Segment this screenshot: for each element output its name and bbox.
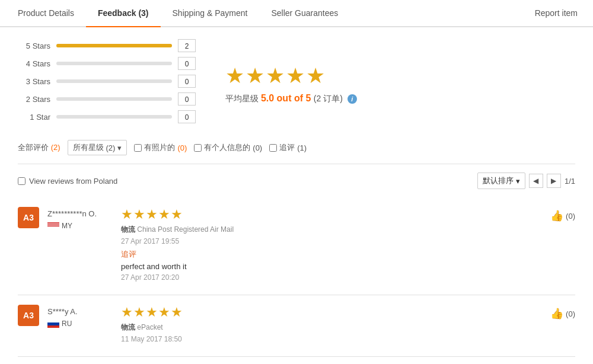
filter-all-reviews[interactable]: 全部评价 (2)	[18, 142, 60, 153]
like-count: (0)	[566, 309, 575, 318]
review-right: 👍 (0)	[550, 305, 575, 347]
bar-count: 0	[178, 92, 196, 106]
shipping-carrier: China Post Registered Air Mail	[137, 225, 234, 234]
review-stars: ★★★★★	[121, 207, 542, 222]
star-label: 3 Stars	[18, 77, 50, 86]
followup-label: 追评	[121, 249, 542, 260]
country-code: RU	[62, 320, 72, 328]
star-bar-row-1: 1 Star 0	[18, 110, 196, 123]
flag-icon	[47, 320, 59, 328]
bar-track	[56, 79, 172, 83]
avatar: A3	[18, 207, 39, 228]
review-right: 👍 (0)	[550, 207, 575, 285]
shipping-info: 物流 ePacket	[121, 323, 542, 333]
overall-rating: ★★★★★ 平均星级 5.0 out of 5 (2 订单) i	[219, 39, 357, 128]
bar-count: 2	[178, 39, 196, 52]
filter-has-photo[interactable]: 有照片的(0)	[134, 142, 187, 153]
sort-chevron-icon: ▾	[516, 177, 520, 186]
bar-track	[56, 44, 172, 47]
review-date: 11 May 2017 18:50	[121, 335, 542, 343]
order-count: (2 订单)	[314, 94, 343, 103]
followup-checkbox[interactable]	[269, 144, 277, 152]
next-page-button[interactable]: ▶	[547, 174, 561, 188]
star-bar-row-3: 3 Stars 0	[18, 75, 196, 88]
has-photo-checkbox[interactable]	[134, 144, 142, 152]
tab-feedback[interactable]: Feedback (3)	[86, 0, 161, 27]
info-icon[interactable]: i	[347, 94, 357, 104]
filter-has-personal[interactable]: 有个人信息的(0)	[194, 142, 262, 153]
tab-product-details[interactable]: Product Details	[6, 0, 86, 27]
bar-count: 0	[178, 57, 196, 70]
star-bar-row-4: 4 Stars 0	[18, 57, 196, 70]
star-label: 1 Star	[18, 113, 50, 122]
shipping-info: 物流 China Post Registered Air Mail	[121, 225, 542, 235]
rating-text: 平均星级 5.0 out of 5 (2 订单) i	[225, 93, 357, 104]
star-label: 2 Stars	[18, 95, 50, 104]
review-body: ★★★★★ 物流 China Post Registered Air Mail …	[121, 207, 542, 285]
thumbs-up-icon: 👍	[550, 209, 563, 222]
divider	[18, 164, 575, 164]
review-text: perfect and worth it	[121, 262, 542, 271]
bar-track	[56, 97, 172, 101]
country-flag: MY	[47, 222, 113, 230]
pagination-controls: 默认排序 ▾ ◀ ▶ 1/1	[477, 173, 575, 189]
report-item-link[interactable]: Report item	[525, 0, 587, 26]
bar-track	[56, 62, 172, 65]
reviewer-name: S****y A.	[47, 307, 113, 316]
bar-count: 0	[178, 75, 196, 88]
content-area: 5 Stars 2 4 Stars 0 3 Stars 0 2 Stars 0	[0, 27, 593, 364]
big-stars: ★★★★★	[225, 63, 357, 88]
shipping-carrier: ePacket	[137, 323, 162, 331]
poland-filter[interactable]: View reviews from Poland	[18, 177, 117, 186]
bar-count: 0	[178, 110, 196, 123]
like-count: (0)	[566, 212, 575, 221]
has-personal-checkbox[interactable]	[194, 144, 202, 152]
sort-dropdown[interactable]: 默认排序 ▾	[477, 173, 525, 189]
tabs-bar: Product Details Feedback (3) Shipping & …	[0, 0, 593, 27]
review-body: ★★★★★ 物流 ePacket 11 May 2017 18:50	[121, 305, 542, 347]
bar-track	[56, 115, 172, 119]
tab-shipping-payment[interactable]: Shipping & Payment	[161, 0, 260, 27]
like-button[interactable]: 👍 (0)	[550, 307, 575, 320]
score-value: 5.0 out of 5	[261, 93, 314, 103]
star-bar-row-2: 2 Stars 0	[18, 92, 196, 106]
reviewer-name: Z**********n O.	[47, 209, 113, 218]
poland-checkbox[interactable]	[18, 177, 25, 185]
reviewer-info: S****y A. RU	[47, 305, 113, 347]
prefix-text: 平均星级	[225, 94, 259, 103]
star-bar-row-5: 5 Stars 2	[18, 39, 196, 52]
country-code: MY	[62, 222, 72, 230]
followup-date: 27 Apr 2017 20:20	[121, 273, 542, 282]
review-date: 27 Apr 2017 19:55	[121, 237, 542, 245]
chevron-down-icon: ▾	[117, 143, 122, 152]
review-card-0: A3 Z**********n O. MY ★★★★★ 物流 China Pos…	[18, 197, 575, 295]
reviewer-info: Z**********n O. MY	[47, 207, 113, 285]
country-flag: RU	[47, 320, 113, 328]
filter-bar: 全部评价 (2) 所有星级 (2) ▾ 有照片的(0) 有个人信息的(0) 追评…	[18, 140, 575, 155]
bar-fill	[56, 44, 172, 47]
review-stars: ★★★★★	[121, 305, 542, 320]
reviews-list: A3 Z**********n O. MY ★★★★★ 物流 China Pos…	[18, 197, 575, 357]
tab-seller-guarantees[interactable]: Seller Guarantees	[259, 0, 350, 27]
shipping-label: 物流	[121, 323, 135, 331]
flag-icon	[47, 222, 59, 230]
star-label: 5 Stars	[18, 41, 50, 50]
star-bars: 5 Stars 2 4 Stars 0 3 Stars 0 2 Stars 0	[18, 39, 196, 128]
page-info: 1/1	[565, 177, 575, 186]
thumbs-up-icon: 👍	[550, 307, 563, 320]
prev-page-button[interactable]: ◀	[529, 174, 543, 188]
filter-followup[interactable]: 追评(1)	[269, 142, 307, 153]
poland-row: View reviews from Poland 默认排序 ▾ ◀ ▶ 1/1	[18, 173, 575, 189]
rating-section: 5 Stars 2 4 Stars 0 3 Stars 0 2 Stars 0	[18, 39, 575, 128]
star-label: 4 Stars	[18, 59, 50, 68]
review-card-1: A3 S****y A. RU ★★★★★ 物流 ePacket 11 May …	[18, 295, 575, 357]
filter-all-stars-dropdown[interactable]: 所有星级 (2) ▾	[68, 140, 127, 155]
like-button[interactable]: 👍 (0)	[550, 209, 575, 222]
shipping-label: 物流	[121, 225, 135, 234]
avatar: A3	[18, 305, 39, 326]
